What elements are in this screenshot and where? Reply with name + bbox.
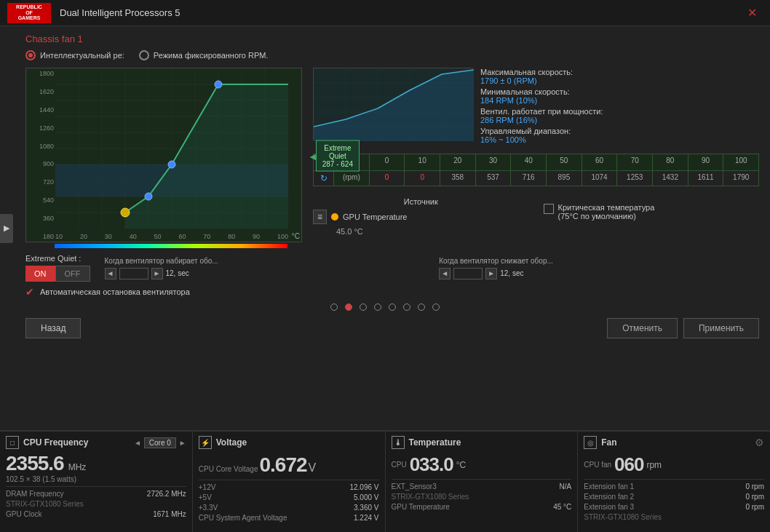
x-60: 60: [178, 233, 186, 240]
v33-value: 3.360 V: [354, 504, 378, 512]
temp-header: 🌡 Temperature: [392, 436, 572, 449]
dot-3[interactable]: [360, 303, 367, 311]
y-label-1800: 1800: [28, 70, 54, 77]
v33-row: +3.3V 3.360 V: [199, 504, 379, 512]
main-content: ▶ Chassis fan 1 Интеллектуальный ре: Реж…: [0, 26, 770, 430]
radio-fixed: [139, 50, 149, 60]
eq-range: 287 - 624: [322, 160, 353, 168]
pct-40: 40: [511, 154, 547, 170]
range-value: 16% ~ 100%: [480, 135, 526, 144]
decel-left-arrow[interactable]: ◄: [439, 268, 451, 279]
svg-point-21: [145, 193, 152, 200]
cpu-voltage-row: CPU Core Voltage 0.672 V: [199, 453, 379, 477]
eq-on-button[interactable]: ON: [25, 266, 55, 282]
ext-fan3-value: 0 rpm: [745, 503, 764, 511]
accel-label: Когда вентилятор набирает обо...: [105, 257, 425, 265]
decel-ctrl: Когда вентилятор снижает обор... ◄ ► 12,…: [439, 257, 759, 279]
rpm-val-1074: 1074: [582, 171, 618, 186]
gpu-temp-label: GPU Temperature: [392, 503, 450, 511]
dram-value: 2726.2 MHz: [147, 490, 186, 498]
critical-checkbox[interactable]: [544, 204, 554, 214]
close-button[interactable]: ✕: [742, 6, 763, 20]
sidebar-toggle[interactable]: ▶: [0, 214, 13, 243]
ext-fan2-value: 0 rpm: [745, 493, 764, 501]
mode-intelligent-label: Интеллектуальный ре:: [40, 51, 124, 60]
cpu-freq-title: CPU Frequency: [23, 437, 88, 448]
max-speed-label: Максимальная скорость:: [480, 68, 573, 76]
source-title: Источник: [313, 197, 529, 206]
panel-layout: rpm 1800 1620 1440 1260 1080 900 720 540…: [25, 68, 759, 248]
max-speed-row: Максимальная скорость: 1790 ± 0 (RPM): [480, 68, 759, 85]
chart-y-labels: 1800 1620 1440 1260 1080 900 720 540 360…: [26, 68, 55, 242]
pct-100: 100: [723, 154, 758, 170]
cpu-fan-unit: rpm: [646, 460, 662, 470]
dot-1[interactable]: [330, 303, 338, 311]
pct-10: 10: [405, 154, 440, 170]
cpu-freq-value-row: 2355.6 MHz: [6, 453, 186, 474]
cpu-core-voltage-unit: V: [309, 461, 317, 475]
eq-toggle: ON OFF: [25, 266, 90, 282]
source-dot: [331, 213, 338, 221]
dot-7[interactable]: [418, 303, 425, 311]
x-20: 20: [80, 233, 87, 240]
eq-off-button[interactable]: OFF: [55, 266, 90, 282]
celsius-label: °C: [292, 232, 300, 240]
voltage-panel: ⚡ Voltage CPU Core Voltage 0.672 V +12V …: [193, 432, 386, 532]
x-30: 30: [105, 233, 112, 240]
fan-gear-icon[interactable]: ⚙: [755, 437, 764, 448]
eq-label: ExtremeQuiet: [324, 144, 351, 160]
stats-panel: Максимальная скорость: 1790 ± 0 (RPM) Ми…: [480, 68, 759, 146]
x-90: 90: [253, 233, 260, 240]
decel-right-arrow[interactable]: ►: [485, 268, 497, 279]
mode-fixed[interactable]: Режима фиксированного RPM.: [139, 50, 269, 60]
gpu-temp-row: GPU Temperature 45 °C: [392, 503, 572, 511]
working-label: Вентил. работает при мощности:: [480, 107, 603, 116]
accel-ctrl: Когда вентилятор набирает обо... ◄ ► 12,…: [105, 257, 425, 279]
cpu-freq-core-label: Core 0: [144, 437, 176, 448]
y-label-1260: 1260: [28, 124, 54, 132]
dot-5[interactable]: [389, 303, 396, 311]
rpm-val-1611: 1611: [688, 171, 724, 186]
fan-curve-chart[interactable]: [55, 68, 288, 229]
source-left: Источник ≡ GPU Temperature 45.0 °C: [313, 197, 529, 236]
back-button[interactable]: Назад: [25, 318, 81, 338]
min-speed-value: 184 RPM (10%): [480, 96, 537, 105]
rpm-val-0b: 0: [405, 171, 440, 186]
y-label-540: 540: [28, 196, 54, 204]
auto-stop-label: Автоматическая остановка вентилятора: [40, 287, 190, 296]
accel-left-arrow[interactable]: ◄: [105, 268, 116, 279]
decel-label: Когда вентилятор снижает обор...: [439, 257, 759, 265]
y-label-1620: 1620: [28, 88, 54, 95]
rpm-val-1253: 1253: [617, 171, 653, 186]
mode-intelligent[interactable]: Интеллектуальный ре:: [25, 50, 124, 60]
accel-right-arrow[interactable]: ►: [151, 268, 163, 279]
gpu-clock-row: GPU Clock 1671 MHz: [6, 510, 186, 518]
cpu-freq-nav-right[interactable]: ►: [179, 439, 186, 447]
radio-intelligent: [25, 50, 36, 60]
max-speed-value: 1790 ± 0 (RPM): [480, 76, 537, 85]
ext-fan2-label: Extension fan 2: [584, 493, 634, 501]
source-name: GPU Temperature: [343, 213, 407, 221]
critical-label: Критическая температура(75°C по умолчани…: [558, 203, 655, 221]
eq-ctrl-label: Extreme Quiet :: [25, 254, 90, 263]
y-label-1440: 1440: [28, 106, 54, 114]
source-right: Критическая температура(75°C по умолчани…: [544, 197, 760, 221]
cancel-button[interactable]: Отменить: [607, 318, 678, 338]
dot-4[interactable]: [374, 303, 381, 311]
v5-label: +5V: [199, 493, 212, 501]
cpu-gpu-section: STRIX-GTX1080 Series: [6, 500, 186, 508]
pct-50: 50: [547, 154, 582, 170]
apply-button[interactable]: Применить: [683, 318, 759, 338]
y-label-720: 720: [28, 178, 54, 186]
mode-fixed-label: Режима фиксированного RPM.: [154, 51, 269, 60]
pct-0: 0: [370, 154, 405, 170]
cpu-freq-nav-left[interactable]: ◄: [134, 439, 141, 447]
fan-status-title: Fan: [601, 437, 616, 448]
dot-2[interactable]: [345, 303, 352, 311]
checkmark-icon: ✔: [25, 286, 34, 298]
right-panel: Максимальная скорость: 1790 ± 0 (RPM) Ми…: [313, 68, 759, 248]
source-icon-button[interactable]: ≡: [313, 210, 327, 224]
dot-8[interactable]: [432, 303, 440, 311]
dot-6[interactable]: [403, 303, 410, 311]
source-temp: 45.0 °C: [336, 227, 529, 236]
